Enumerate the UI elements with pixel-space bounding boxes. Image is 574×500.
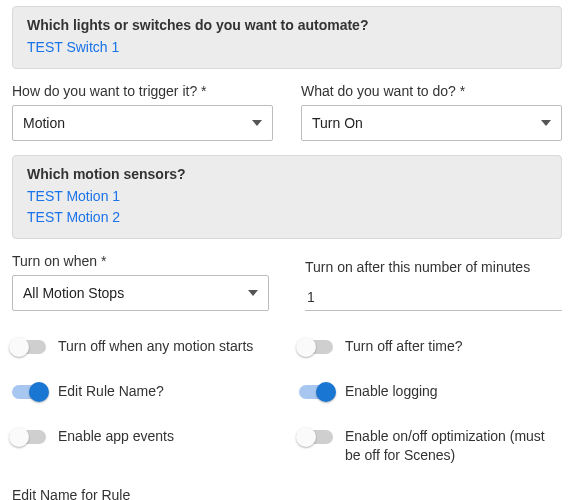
turn-off-after-time-toggle[interactable] [299,340,333,354]
turn-on-when-select[interactable]: All Motion Stops [12,275,269,311]
action-label: What do you want to do? * [301,83,562,99]
turn-on-when-label: Turn on when * [12,253,269,269]
automate-lights-panel: Which lights or switches do you want to … [12,6,562,69]
turn-off-motion-starts-toggle[interactable] [12,340,46,354]
turn-on-after-label: Turn on after this number of minutes [305,259,562,275]
motion-sensors-panel: Which motion sensors? TEST Motion 1 TEST… [12,155,562,239]
chevron-down-icon [541,120,551,126]
chevron-down-icon [248,290,258,296]
enable-logging-toggle[interactable] [299,385,333,399]
trigger-select-value: Motion [23,115,65,131]
trigger-select[interactable]: Motion [12,105,273,141]
enable-app-events-toggle[interactable] [12,430,46,444]
selected-switch-link[interactable]: TEST Switch 1 [27,37,547,58]
selected-motion-link-1[interactable]: TEST Motion 1 [27,186,547,207]
automate-lights-question: Which lights or switches do you want to … [27,17,547,33]
action-select-value: Turn On [312,115,363,131]
turn-on-when-value: All Motion Stops [23,285,124,301]
edit-rule-name-label: Edit Rule Name? [58,382,164,401]
turn-off-motion-starts-label: Turn off when any motion starts [58,337,253,356]
edit-rule-name-toggle[interactable] [12,385,46,399]
turn-off-after-time-label: Turn off after time? [345,337,463,356]
action-select[interactable]: Turn On [301,105,562,141]
edit-name-label: Edit Name for Rule [12,487,562,500]
enable-app-events-label: Enable app events [58,427,174,446]
motion-sensors-question: Which motion sensors? [27,166,547,182]
trigger-label: How do you want to trigger it? * [12,83,273,99]
enable-logging-label: Enable logging [345,382,438,401]
selected-motion-link-2[interactable]: TEST Motion 2 [27,207,547,228]
enable-optimization-label: Enable on/off optimization (must be off … [345,427,562,465]
enable-optimization-toggle[interactable] [299,430,333,444]
chevron-down-icon [252,120,262,126]
turn-on-after-input[interactable] [305,281,562,311]
